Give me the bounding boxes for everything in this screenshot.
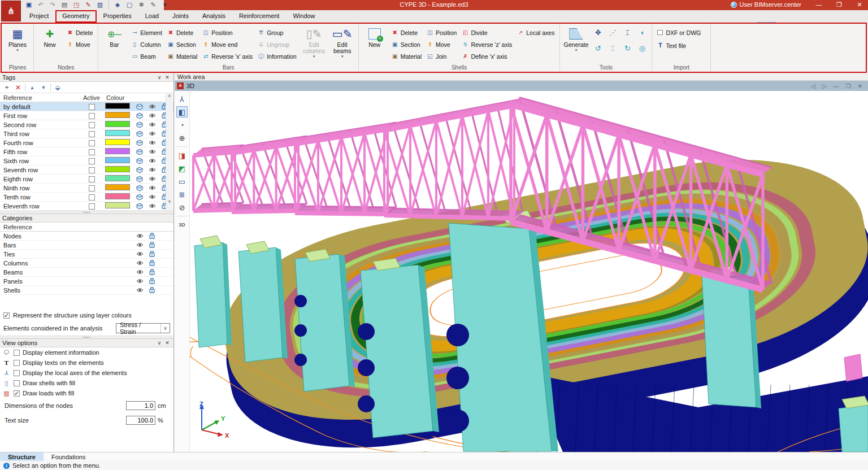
tag-3d-icon[interactable] — [133, 149, 146, 155]
named-views-icon[interactable]: ▢ — [124, 1, 134, 9]
tag-active-checkbox[interactable] — [89, 158, 95, 164]
tag-colour-swatch[interactable] — [105, 121, 130, 127]
tag-3d-icon[interactable] — [133, 112, 146, 119]
category-lock-icon[interactable] — [146, 260, 158, 266]
paint-icon[interactable]: ✎ — [148, 1, 158, 9]
tags-scrollbar[interactable]: ∧∨ — [166, 93, 173, 211]
delete-tag-icon[interactable]: ✕ — [14, 84, 23, 92]
move-button[interactable]: ⬆Move — [425, 39, 459, 50]
generate-button[interactable]: Generate ▾ — [563, 25, 589, 63]
reverse-x-axis-button[interactable]: ⇄Reverse 'x' axis — [201, 51, 255, 62]
hide-elements-icon[interactable]: ⊘ — [176, 202, 188, 213]
edit-columns-button[interactable]: ▯✎ Edit columns ▾ — [301, 25, 327, 63]
tag-colour-swatch[interactable] — [105, 148, 130, 154]
tag-colour-swatch[interactable] — [105, 175, 130, 181]
category-lock-icon[interactable] — [146, 233, 158, 239]
category-lock-icon[interactable] — [146, 287, 158, 293]
tag-3d-icon[interactable] — [133, 176, 146, 182]
close-view-options-icon[interactable]: ✕ — [163, 340, 171, 346]
undo-icon[interactable]: ↶ — [36, 1, 46, 9]
close-tags-icon[interactable]: ✕ — [163, 75, 171, 80]
tag-visibility-icon[interactable] — [146, 185, 158, 190]
tag-visibility-icon[interactable] — [146, 158, 158, 163]
tag-active-checkbox[interactable] — [89, 149, 95, 155]
export-view-icon[interactable]: ◳ — [71, 1, 81, 9]
define-x-axis-button[interactable]: ✗Define 'x' axis — [460, 51, 514, 62]
tag-visibility-icon[interactable] — [146, 167, 158, 172]
ungroup-button[interactable]: ⇊Ungroup — [256, 39, 299, 50]
layer-colours-checkbox[interactable] — [3, 312, 10, 319]
menu-item-properties[interactable]: Properties — [97, 10, 138, 23]
tag-row-ninth-row[interactable]: Ninth row — [0, 184, 173, 193]
print-icon[interactable]: ▤ — [59, 1, 70, 9]
section-button[interactable]: ▣Section — [166, 39, 199, 50]
zoom-detail-icon[interactable]: ◎ — [635, 43, 649, 54]
position-button[interactable]: ◫Position — [425, 27, 459, 38]
tag-active-checkbox[interactable] — [89, 104, 95, 110]
tag-active-checkbox[interactable] — [89, 113, 95, 119]
tag-colour-swatch[interactable] — [105, 157, 130, 163]
category-row-panels[interactable]: Panels — [0, 277, 173, 286]
menu-item-reinforcement[interactable]: Reinforcement — [232, 10, 287, 23]
move-down-icon[interactable]: ▼ — [39, 85, 48, 90]
view-option-display-texts-on-the-elements[interactable]: TDisplay texts on the elements — [0, 358, 173, 368]
layers-icon[interactable]: ≣ — [176, 189, 188, 200]
menu-item-geometry[interactable]: Geometry — [55, 10, 96, 23]
tag-row-fifth-row[interactable]: Fifth row — [0, 147, 173, 156]
tag-row-eighth-row[interactable]: Eighth row — [0, 175, 173, 184]
tag-visibility-icon[interactable] — [146, 140, 158, 145]
more-icon[interactable]: ▾ — [160, 1, 170, 9]
view-option-draw-shells-with-fill[interactable]: ▯Draw shells with fill — [0, 378, 173, 388]
tag-active-checkbox[interactable] — [89, 122, 95, 128]
tag-colour-swatch[interactable] — [105, 139, 130, 145]
reverse-z-axis-button[interactable]: ↯Reverse 'z' axis — [460, 39, 514, 50]
restore-view-icon[interactable]: ❐ — [846, 83, 851, 89]
tag-visibility-icon[interactable] — [146, 149, 158, 154]
assign-tag-icon[interactable]: ⬙ — [53, 84, 62, 92]
view-option-display-the-local-axes-of-the-elements[interactable]: ⅄Display the local axes of the elements — [0, 368, 173, 378]
tag-row-second-row[interactable]: Second row — [0, 120, 173, 129]
3d-viewport[interactable]: ⅄◧◔⊕◨◩▭≣⊘3D Z Y X — [175, 91, 868, 452]
tag-active-checkbox[interactable] — [89, 167, 95, 173]
edit-drawing-icon[interactable]: ✎ — [83, 1, 93, 9]
menu-item-window[interactable]: Window — [286, 10, 322, 23]
tag-colour-swatch[interactable] — [105, 184, 130, 190]
tag-3d-icon[interactable] — [133, 130, 146, 137]
information-button[interactable]: ⓘInformation — [256, 51, 299, 62]
tag-row-tenth-row[interactable]: Tenth row — [0, 193, 173, 202]
view-option-display-element-information[interactable]: 🗩Display element information — [0, 347, 173, 358]
divide-button[interactable]: ◰Divide — [460, 27, 514, 38]
text-size-input[interactable] — [126, 416, 155, 425]
draw-shells-with-fill-checkbox[interactable] — [14, 380, 20, 386]
tag-3d-icon[interactable] — [133, 121, 146, 128]
category-row-shells[interactable]: Shells — [0, 286, 173, 295]
tag-visibility-icon[interactable] — [146, 194, 158, 199]
bottom-tab-structure[interactable]: Structure — [0, 452, 44, 461]
capture-icon[interactable]: ▥ — [95, 1, 105, 9]
element-button[interactable]: ⊸Element — [129, 27, 164, 38]
beam-button[interactable]: ▭Beam — [129, 51, 164, 62]
previous-view-icon[interactable]: ◁ — [811, 83, 815, 89]
orbit-z-icon[interactable]: ⊕ — [176, 132, 188, 143]
category-visibility-icon[interactable] — [133, 233, 146, 238]
section-view-icon[interactable]: ◖ — [635, 27, 649, 38]
delete-button[interactable]: ✖Delete — [166, 27, 199, 38]
tag-3d-icon[interactable] — [133, 194, 146, 201]
close-button[interactable]: ✕ — [851, 0, 868, 10]
tag-visibility-icon[interactable] — [146, 104, 158, 109]
move-end-button[interactable]: ⬆Move end — [201, 39, 255, 50]
delete-button[interactable]: ✖Delete — [390, 27, 424, 38]
window-view-icon[interactable]: ▭ — [176, 176, 188, 187]
tag-colour-swatch[interactable] — [105, 112, 130, 118]
tag-active-checkbox[interactable] — [89, 140, 95, 146]
import-text-file-button[interactable]: T Text file — [655, 41, 703, 50]
tag-3d-icon[interactable] — [133, 185, 146, 192]
tag-visibility-icon[interactable] — [146, 176, 158, 181]
tab-3d[interactable]: 3D — [186, 82, 194, 89]
tag-colour-swatch[interactable] — [105, 130, 130, 136]
user-account[interactable]: User BIMserver.center — [731, 1, 801, 8]
tag-active-checkbox[interactable] — [89, 203, 95, 210]
category-lock-icon[interactable] — [146, 278, 158, 284]
minimize-view-icon[interactable]: — — [834, 83, 839, 89]
position-button[interactable]: ◫Position — [201, 27, 255, 38]
